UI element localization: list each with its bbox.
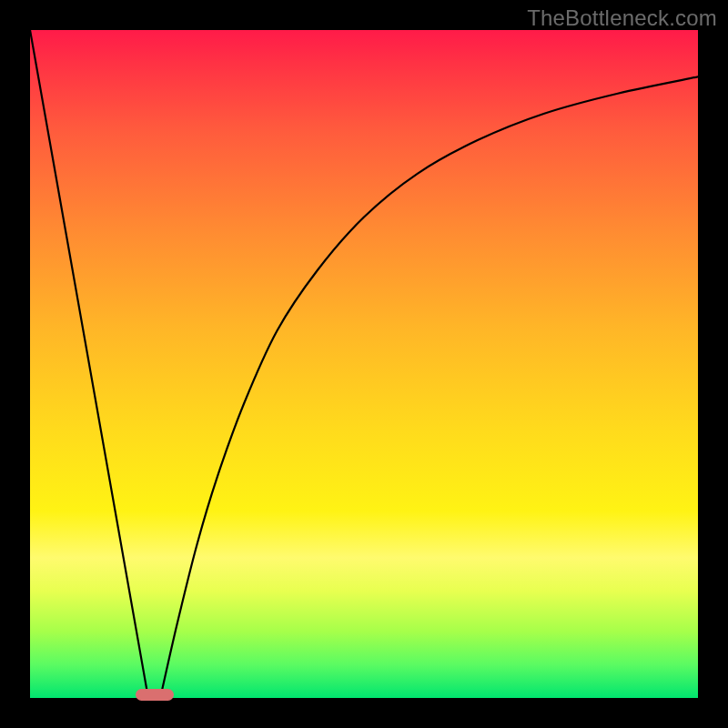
plot-area [30,30,698,698]
chart-frame: TheBottleneck.com [0,0,728,728]
curve-left-branch [30,30,148,698]
watermark-text: TheBottleneck.com [527,5,717,31]
curve-right-branch [160,76,698,698]
optimum-marker [136,689,174,701]
curve-layer [30,30,698,698]
